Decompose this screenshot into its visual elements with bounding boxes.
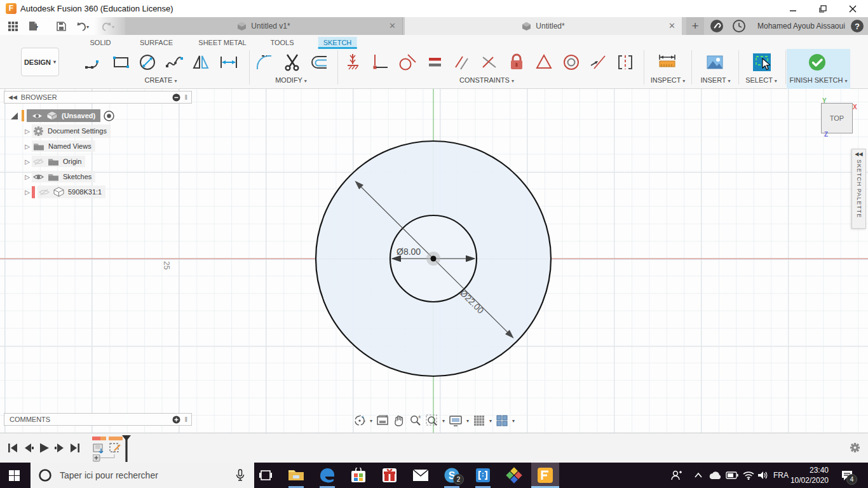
measure-tool-icon[interactable] bbox=[657, 52, 677, 72]
mail-icon[interactable] bbox=[410, 465, 431, 485]
timeline-step-forward-button[interactable] bbox=[53, 442, 66, 454]
circle-tool-icon[interactable] bbox=[137, 52, 158, 72]
horizontal-vertical-constraint-icon[interactable] bbox=[343, 52, 363, 72]
comments-expand-icon[interactable] bbox=[172, 416, 180, 424]
perpendicular-constraint-icon[interactable] bbox=[370, 52, 390, 72]
dimension-tool-icon[interactable] bbox=[219, 52, 239, 72]
tangent-constraint-icon[interactable] bbox=[397, 52, 417, 72]
finish-sketch-label[interactable]: FINISH SKETCH ▾ bbox=[790, 76, 848, 84]
expand-icon[interactable]: ▷ bbox=[23, 173, 32, 180]
notification-clock-icon[interactable] bbox=[732, 19, 746, 33]
tab-close-icon[interactable]: ✕ bbox=[389, 21, 396, 30]
browser-item-named-views[interactable]: ▷ Named Views bbox=[23, 139, 95, 154]
sketch-canvas[interactable]: Ø8.00 Ø22.00 25 ◀◀ BROWSER ‖ (Unsaved) ▷… bbox=[0, 89, 868, 433]
zoom-window-caret[interactable]: ▾ bbox=[442, 418, 445, 424]
activate-radio-icon[interactable] bbox=[104, 111, 114, 121]
concentric-constraint-icon[interactable] bbox=[561, 52, 581, 72]
equal-constraint-icon[interactable] bbox=[424, 52, 445, 72]
browser-root-row[interactable]: (Unsaved) bbox=[9, 108, 114, 123]
fix-lock-constraint-icon[interactable] bbox=[506, 52, 527, 72]
sketch-palette-collapsed[interactable]: ◀◀ SKETCH PALETTE bbox=[851, 149, 866, 229]
tab-sketch[interactable]: SKETCH bbox=[318, 37, 357, 49]
app-grid-icon[interactable] bbox=[5, 19, 20, 33]
expand-icon[interactable]: ▷ bbox=[23, 143, 32, 150]
undo-caret[interactable]: ▾ bbox=[86, 24, 89, 30]
select-group-label[interactable]: SELECT ▾ bbox=[745, 76, 777, 84]
edge-browser-icon[interactable] bbox=[317, 465, 337, 485]
offset-tool-icon[interactable] bbox=[309, 52, 329, 72]
document-tab-1[interactable]: Untitled v1* ✕ bbox=[125, 17, 403, 35]
rectangle-tool-icon[interactable] bbox=[111, 52, 131, 72]
expand-icon[interactable]: ▷ bbox=[23, 158, 32, 165]
tab-tools[interactable]: TOOLS bbox=[265, 37, 299, 48]
timeline-play-button[interactable] bbox=[37, 442, 50, 454]
collapse-icon[interactable]: ◀◀ bbox=[8, 94, 17, 100]
start-button[interactable] bbox=[4, 465, 24, 485]
viewports-caret[interactable]: ▾ bbox=[512, 418, 515, 424]
save-icon[interactable] bbox=[53, 19, 69, 33]
insert-group-label[interactable]: INSERT ▾ bbox=[700, 76, 730, 84]
visible-eye-icon[interactable] bbox=[33, 173, 44, 181]
browser-item-component[interactable]: ▷ 5908K31:1 bbox=[23, 184, 105, 200]
fillet-tool-icon[interactable] bbox=[255, 52, 276, 72]
tab-close-icon[interactable]: ✕ bbox=[668, 21, 675, 30]
constraints-group-label[interactable]: CONSTRAINTS ▾ bbox=[459, 76, 514, 84]
fusion-360-taskbar-icon[interactable] bbox=[535, 465, 555, 485]
spline-tool-icon[interactable] bbox=[165, 52, 185, 72]
onedrive-cloud-icon[interactable] bbox=[708, 469, 722, 482]
design-workspace-dropdown[interactable]: DESIGN ▾ bbox=[21, 48, 59, 76]
expand-icon[interactable]: ▷ bbox=[23, 128, 32, 135]
tray-overflow-chevron-icon[interactable] bbox=[691, 469, 705, 482]
center-point[interactable] bbox=[431, 256, 437, 262]
timeline-step-back-button[interactable] bbox=[22, 442, 35, 454]
collinear-constraint-icon[interactable] bbox=[479, 52, 499, 72]
gift-app-icon[interactable] bbox=[379, 465, 400, 485]
expand-icon[interactable]: ▷ bbox=[23, 189, 32, 196]
help-icon[interactable]: ? bbox=[850, 19, 864, 33]
line-tool-icon[interactable] bbox=[84, 52, 104, 72]
browser-item-sketches[interactable]: ▷ Sketches bbox=[23, 169, 95, 184]
pan-icon[interactable] bbox=[393, 414, 405, 427]
document-tab-2[interactable]: Untitled* ✕ bbox=[405, 17, 682, 35]
battery-icon[interactable] bbox=[725, 469, 739, 482]
browser-minimize-icon[interactable] bbox=[172, 93, 180, 102]
maximize-button[interactable] bbox=[808, 0, 837, 17]
finish-sketch-icon[interactable] bbox=[807, 52, 827, 72]
tab-solid[interactable]: SOLID bbox=[85, 37, 116, 48]
file-explorer-icon[interactable] bbox=[286, 465, 306, 485]
grid-snap-icon[interactable] bbox=[473, 414, 485, 427]
timeline-position-marker[interactable] bbox=[122, 435, 131, 462]
symmetry-constraint-icon[interactable] bbox=[615, 52, 635, 72]
minimize-button[interactable] bbox=[778, 0, 808, 17]
browser-header[interactable]: ◀◀ BROWSER ‖ bbox=[4, 91, 192, 104]
orbit-icon[interactable]: + bbox=[353, 414, 366, 427]
timeline-base-feature[interactable] bbox=[92, 441, 106, 455]
file-menu-icon[interactable] bbox=[25, 19, 41, 33]
panel-grip[interactable]: ‖ bbox=[184, 93, 187, 101]
panel-grip[interactable]: ‖ bbox=[184, 416, 187, 423]
grid-caret[interactable]: ▾ bbox=[489, 418, 492, 424]
mirror-tool-icon[interactable] bbox=[191, 52, 212, 72]
orbit-caret[interactable]: ▾ bbox=[370, 418, 372, 424]
inspect-group-label[interactable]: INSPECT ▾ bbox=[651, 76, 686, 84]
action-center-icon[interactable]: 4 bbox=[840, 469, 854, 482]
new-tab-button[interactable]: + bbox=[686, 17, 704, 35]
timeline-settings-gear-icon[interactable] bbox=[850, 442, 860, 453]
display-caret[interactable]: ▾ bbox=[466, 418, 469, 424]
display-settings-icon[interactable] bbox=[449, 414, 463, 427]
insert-image-icon[interactable] bbox=[705, 52, 725, 72]
tray-clock[interactable]: 23:40 10/02/2020 bbox=[787, 465, 829, 485]
microsoft-store-icon[interactable] bbox=[348, 465, 369, 485]
wifi-icon[interactable] bbox=[742, 469, 756, 482]
brackets-editor-icon[interactable] bbox=[473, 465, 493, 485]
timeline-go-to-start-button[interactable] bbox=[6, 442, 19, 454]
skype-icon[interactable]: S 2 bbox=[442, 465, 462, 485]
trim-tool-icon[interactable] bbox=[282, 52, 302, 72]
root-selected[interactable]: (Unsaved) bbox=[27, 109, 100, 122]
comments-header[interactable]: COMMENTS ‖ bbox=[4, 413, 192, 426]
midpoint-constraint-icon[interactable] bbox=[588, 52, 608, 72]
timeline-add-group-icon[interactable] bbox=[93, 454, 121, 462]
viewports-icon[interactable] bbox=[496, 414, 508, 427]
palette-expand-icon[interactable]: ◀◀ bbox=[855, 151, 862, 157]
parallel-constraint-icon[interactable] bbox=[452, 52, 472, 72]
